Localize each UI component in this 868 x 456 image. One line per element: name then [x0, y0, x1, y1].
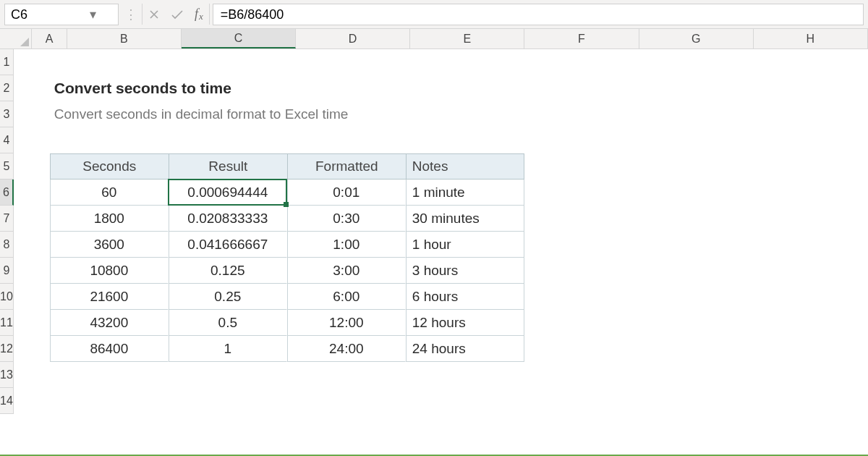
formula-input[interactable] — [213, 7, 863, 22]
col-header-H[interactable]: H — [754, 29, 868, 48]
cell-D11[interactable]: 12:00 — [287, 310, 406, 336]
row-header-13[interactable]: 13 — [0, 362, 13, 388]
cell-H13[interactable] — [762, 362, 868, 388]
cell-E10[interactable]: 6 hours — [406, 284, 524, 310]
cell-D2[interactable] — [287, 75, 406, 101]
row-header-11[interactable]: 11 — [0, 310, 13, 336]
cell-H9[interactable] — [762, 258, 868, 284]
cell-H10[interactable] — [762, 284, 868, 310]
cell-A10[interactable] — [14, 284, 50, 310]
cell-A12[interactable] — [14, 336, 50, 362]
enter-icon[interactable] — [166, 4, 189, 25]
cell-E7[interactable]: 30 minutes — [406, 206, 524, 232]
cell-G12[interactable] — [643, 336, 762, 362]
cell-C10[interactable]: 0.25 — [169, 284, 287, 310]
cell-G10[interactable] — [643, 284, 762, 310]
cell-D7[interactable]: 0:30 — [287, 206, 406, 232]
cell-G11[interactable] — [643, 310, 762, 336]
cell-G7[interactable] — [643, 206, 762, 232]
cell-B9[interactable]: 10800 — [50, 258, 169, 284]
cell-G6[interactable] — [643, 180, 762, 206]
cell-H4[interactable] — [762, 127, 868, 153]
row-header-4[interactable]: 4 — [0, 127, 13, 153]
cell-D12[interactable]: 24:00 — [287, 336, 406, 362]
table-header-seconds[interactable]: Seconds — [50, 153, 169, 180]
row-header-8[interactable]: 8 — [0, 232, 13, 258]
table-header-result[interactable]: Result — [169, 153, 287, 180]
cell-F8[interactable] — [524, 232, 643, 258]
cell-G2[interactable] — [643, 75, 762, 101]
cell-C4[interactable] — [169, 127, 287, 153]
cell-H2[interactable] — [762, 75, 868, 101]
cell-C14[interactable] — [169, 388, 287, 414]
row-header-10[interactable]: 10 — [0, 284, 13, 310]
col-header-D[interactable]: D — [296, 29, 410, 48]
cell-E11[interactable]: 12 hours — [406, 310, 524, 336]
row-header-9[interactable]: 9 — [0, 258, 13, 284]
cell-E4[interactable] — [406, 127, 524, 153]
cell-D9[interactable]: 3:00 — [287, 258, 406, 284]
cell-F14[interactable] — [524, 388, 643, 414]
cell-B14[interactable] — [50, 388, 169, 414]
formula-input-wrap[interactable] — [213, 4, 864, 25]
cell-B1[interactable] — [50, 49, 169, 75]
col-header-C[interactable]: C — [182, 29, 296, 48]
cell-A4[interactable] — [14, 127, 50, 153]
cell-B10[interactable]: 21600 — [50, 284, 169, 310]
cell-F4[interactable] — [524, 127, 643, 153]
cell-H11[interactable] — [762, 310, 868, 336]
name-box[interactable]: ▾ — [4, 4, 119, 25]
row-header-1[interactable]: 1 — [0, 49, 13, 75]
cell-G14[interactable] — [643, 388, 762, 414]
cell-G9[interactable] — [643, 258, 762, 284]
cell-C2[interactable] — [169, 75, 287, 101]
cell-C7[interactable]: 0.020833333 — [169, 206, 287, 232]
cell-F10[interactable] — [524, 284, 643, 310]
cell-F13[interactable] — [524, 362, 643, 388]
cell-C3[interactable] — [169, 101, 287, 127]
cell-H14[interactable] — [762, 388, 868, 414]
table-header-formatted[interactable]: Formatted — [287, 153, 406, 180]
cell-H7[interactable] — [762, 206, 868, 232]
select-all-corner[interactable] — [0, 29, 32, 48]
page-subtitle[interactable]: Convert seconds in decimal format to Exc… — [50, 101, 169, 127]
cell-A6[interactable] — [14, 180, 50, 206]
formula-bar-menu-icon[interactable]: ⋮ — [119, 4, 142, 25]
col-header-F[interactable]: F — [524, 29, 639, 48]
cell-F3[interactable] — [524, 101, 643, 127]
row-header-7[interactable]: 7 — [0, 206, 13, 232]
cell-H8[interactable] — [762, 232, 868, 258]
row-header-5[interactable]: 5 — [0, 153, 13, 180]
cell-A5[interactable] — [14, 153, 50, 180]
cell-B8[interactable]: 3600 — [50, 232, 169, 258]
cell-C12[interactable]: 1 — [169, 336, 287, 362]
row-header-3[interactable]: 3 — [0, 101, 13, 127]
cell-H1[interactable] — [762, 49, 868, 75]
cell-E6[interactable]: 1 minute — [406, 180, 524, 206]
cell-F9[interactable] — [524, 258, 643, 284]
cell-A8[interactable] — [14, 232, 50, 258]
row-header-6[interactable]: 6 — [0, 180, 14, 206]
cell-E9[interactable]: 3 hours — [406, 258, 524, 284]
col-header-A[interactable]: A — [32, 29, 67, 48]
cell-F1[interactable] — [524, 49, 643, 75]
cell-D10[interactable]: 6:00 — [287, 284, 406, 310]
cell-C11[interactable]: 0.5 — [169, 310, 287, 336]
cell-G4[interactable] — [643, 127, 762, 153]
cell-F5[interactable] — [524, 153, 643, 180]
cell-E14[interactable] — [406, 388, 524, 414]
cell-F2[interactable] — [524, 75, 643, 101]
col-header-E[interactable]: E — [410, 29, 524, 48]
cell-D4[interactable] — [287, 127, 406, 153]
cell-H6[interactable] — [762, 180, 868, 206]
cell-E13[interactable] — [406, 362, 524, 388]
cell-A9[interactable] — [14, 258, 50, 284]
cell-C13[interactable] — [169, 362, 287, 388]
cell-D14[interactable] — [287, 388, 406, 414]
cell-A1[interactable] — [14, 49, 50, 75]
cell-B4[interactable] — [50, 127, 169, 153]
row-header-14[interactable]: 14 — [0, 388, 13, 414]
cell-B12[interactable]: 86400 — [50, 336, 169, 362]
cell-D6[interactable]: 0:01 — [287, 180, 406, 206]
cell-B11[interactable]: 43200 — [50, 310, 169, 336]
